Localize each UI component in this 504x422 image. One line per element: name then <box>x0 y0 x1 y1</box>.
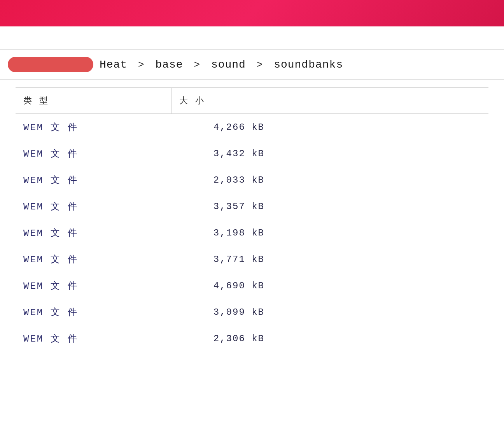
column-header-size[interactable]: 大 小 <box>171 88 288 114</box>
cell-empty-3 <box>288 193 488 220</box>
column-header-type[interactable]: 类 型 <box>16 88 171 114</box>
breadcrumb-segment-sound[interactable]: sound <box>211 59 246 71</box>
cell-size-7: 3,099 kB <box>171 299 288 325</box>
breadcrumb-segment-soundbanks[interactable]: soundbanks <box>274 59 343 71</box>
table-row[interactable]: WEM 文 件3,432 kB <box>16 140 488 167</box>
cell-empty-8 <box>288 325 488 352</box>
cell-type-4: WEM 文 件 <box>16 220 171 246</box>
cell-empty-0 <box>288 114 488 141</box>
table-row[interactable]: WEM 文 件3,771 kB <box>16 246 488 272</box>
column-header-empty <box>288 88 488 114</box>
cell-size-6: 4,690 kB <box>171 272 288 299</box>
cell-type-1: WEM 文 件 <box>16 140 171 167</box>
cell-type-8: WEM 文 件 <box>16 325 171 352</box>
cell-type-3: WEM 文 件 <box>16 193 171 220</box>
cell-empty-2 <box>288 167 488 193</box>
breadcrumb-segment-heat[interactable]: Heat <box>100 59 127 71</box>
breadcrumb-bar: Heat > base > sound > soundbanks <box>0 50 504 80</box>
table-row[interactable]: WEM 文 件3,099 kB <box>16 299 488 325</box>
cell-size-0: 4,266 kB <box>171 114 288 141</box>
table-row[interactable]: WEM 文 件2,033 kB <box>16 167 488 193</box>
table-row[interactable]: WEM 文 件3,198 kB <box>16 220 488 246</box>
top-bar <box>0 0 504 26</box>
cell-empty-6 <box>288 272 488 299</box>
table-header-row: 类 型 大 小 <box>16 88 488 114</box>
cell-size-4: 3,198 kB <box>171 220 288 246</box>
table-row[interactable]: WEM 文 件4,690 kB <box>16 272 488 299</box>
breadcrumb-sep-2: > <box>194 59 200 71</box>
cell-type-5: WEM 文 件 <box>16 246 171 272</box>
breadcrumb-redacted <box>8 57 93 72</box>
spacer-area <box>0 26 504 50</box>
cell-empty-5 <box>288 246 488 272</box>
cell-type-0: WEM 文 件 <box>16 114 171 141</box>
breadcrumb-segment-base[interactable]: base <box>155 59 183 71</box>
breadcrumb-sep-1: > <box>138 59 145 71</box>
cell-type-7: WEM 文 件 <box>16 299 171 325</box>
file-list-container: 类 型 大 小 WEM 文 件4,266 kBWEM 文 件3,432 kBWE… <box>0 80 504 359</box>
table-row[interactable]: WEM 文 件4,266 kB <box>16 114 488 141</box>
breadcrumb: Heat > base > sound > soundbanks <box>100 59 343 71</box>
cell-empty-1 <box>288 140 488 167</box>
cell-type-6: WEM 文 件 <box>16 272 171 299</box>
cell-size-2: 2,033 kB <box>171 167 288 193</box>
cell-size-3: 3,357 kB <box>171 193 288 220</box>
cell-empty-7 <box>288 299 488 325</box>
cell-empty-4 <box>288 220 488 246</box>
table-row[interactable]: WEM 文 件2,306 kB <box>16 325 488 352</box>
table-row[interactable]: WEM 文 件3,357 kB <box>16 193 488 220</box>
cell-size-8: 2,306 kB <box>171 325 288 352</box>
file-table: 类 型 大 小 WEM 文 件4,266 kBWEM 文 件3,432 kBWE… <box>16 87 488 352</box>
cell-size-1: 3,432 kB <box>171 140 288 167</box>
cell-size-5: 3,771 kB <box>171 246 288 272</box>
cell-type-2: WEM 文 件 <box>16 167 171 193</box>
breadcrumb-sep-3: > <box>257 59 263 71</box>
